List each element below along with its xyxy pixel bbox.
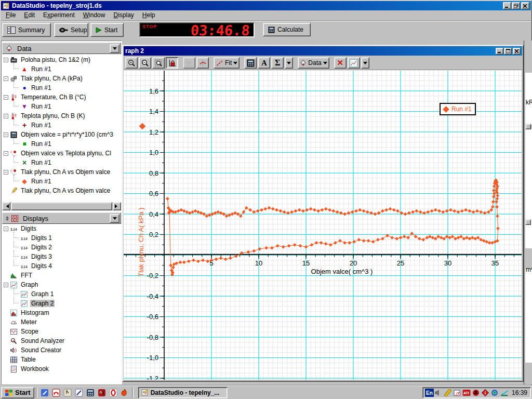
data-select-button[interactable]: Data <box>298 57 329 69</box>
scale-lock-button[interactable] <box>166 57 178 69</box>
display-child-item[interactable]: 3.14 Digits 3 <box>2 252 121 261</box>
acrobat-quicklaunch-icon[interactable] <box>51 388 61 398</box>
scrollbar-thumb[interactable] <box>11 202 112 210</box>
datastudio-task-button[interactable]: DataStudio - tepelny_... <box>138 387 228 398</box>
data-source-item[interactable]: - Objem valce = pi*r*r*y*100 (cm^3 <box>2 130 121 139</box>
display-item[interactable]: Histogram <box>2 308 121 317</box>
calculator-tool-button[interactable] <box>244 57 257 69</box>
tree-expander[interactable]: - <box>4 283 8 287</box>
dragon-quicklaunch-icon[interactable] <box>97 388 107 398</box>
data-panel-header[interactable]: Data <box>2 43 121 54</box>
summary-button[interactable]: Summary <box>2 23 51 37</box>
display-item[interactable]: Table <box>2 355 121 364</box>
display-child-item[interactable]: 3.14 Digits 2 <box>2 243 121 252</box>
text-tool-button[interactable]: A <box>258 57 270 69</box>
connection-tray-icon[interactable] <box>500 389 509 397</box>
displays-panel-dropdown-button[interactable] <box>110 214 119 223</box>
start-button[interactable]: Start <box>90 23 124 37</box>
menu-file[interactable]: File <box>2 10 20 20</box>
tree-expander[interactable]: - <box>4 95 8 100</box>
display-item[interactable]: - Graph <box>2 280 121 289</box>
tree-expander[interactable]: - <box>4 58 8 62</box>
resize-spinner-icon[interactable] <box>6 215 9 222</box>
start-menu-button[interactable]: Start <box>1 387 34 398</box>
volume-tray-icon[interactable] <box>434 389 443 397</box>
chart-plot-area[interactable]: 51015202530351,61,41,21,00,80,60,40,2-0,… <box>124 71 522 380</box>
setup-button[interactable]: Setup <box>54 23 88 37</box>
zoom-in-button[interactable] <box>125 57 138 69</box>
tree-run-item[interactable]: ◆ Run #1 <box>2 177 121 186</box>
menu-window[interactable]: Window <box>79 10 110 20</box>
tree-expander[interactable]: - <box>4 151 8 156</box>
guard-tray-icon[interactable] <box>472 389 481 397</box>
settings-dropdown-button[interactable] <box>361 57 369 69</box>
display-child-item[interactable]: 3.14 Digits 1 <box>2 233 121 243</box>
display-item[interactable]: Scope <box>2 327 121 336</box>
display-item[interactable]: Workbook <box>2 364 121 374</box>
data-panel-dropdown-button[interactable] <box>110 44 119 53</box>
scheduler-tray-icon[interactable] <box>453 389 462 397</box>
data-source-item[interactable]: - yx Objem valce vs Teplota plynu, Cl <box>2 149 121 158</box>
display-item[interactable]: - 3.14 Digits <box>2 224 121 233</box>
graph-minimize-button[interactable] <box>496 48 503 55</box>
display-item[interactable]: Sound Analyzer <box>2 336 121 345</box>
scroll-right-button[interactable] <box>113 202 121 210</box>
fit-button[interactable]: Fit <box>214 57 240 69</box>
opera-quicklaunch-icon[interactable] <box>108 388 118 398</box>
tree-expander[interactable]: - <box>4 114 8 118</box>
tree-expander[interactable]: - <box>4 227 8 231</box>
display-item[interactable]: Meter <box>2 317 121 327</box>
graph-close-button[interactable] <box>513 48 521 55</box>
tree-expander[interactable]: - <box>4 170 8 175</box>
tree-run-item[interactable]: ■ Run #1 <box>2 139 121 149</box>
statistics-dropdown-button[interactable] <box>285 57 293 69</box>
pointer-quicklaunch-icon[interactable] <box>62 388 73 398</box>
display-item[interactable]: Sound Creator <box>2 345 121 355</box>
menu-display[interactable]: Display <box>109 10 138 20</box>
data-source-item[interactable]: - yx Tlak plynu, Ch A vs Objem valce <box>2 167 121 177</box>
smart-tool-button[interactable] <box>196 57 209 69</box>
data-panel-scrollbar[interactable] <box>2 202 121 210</box>
chart-legend[interactable]: Run #1 <box>440 103 476 115</box>
data-source-item[interactable]: - Teplota plynu, Ch B (K) <box>2 111 121 121</box>
display-child-item[interactable]: Graph 2 <box>2 299 121 308</box>
tree-run-item[interactable]: ● Run #1 <box>2 83 121 92</box>
statistics-button[interactable]: Σ <box>271 57 284 69</box>
tree-run-item[interactable]: ▲ Run #1 <box>2 64 121 74</box>
menu-edit[interactable]: Edit <box>20 10 39 20</box>
delete-button[interactable]: ✕ <box>334 57 347 69</box>
tree-run-item[interactable]: + Run #1 <box>2 121 121 130</box>
restore-button[interactable] <box>512 2 520 9</box>
graph-maximize-button[interactable] <box>504 48 512 55</box>
zoom-select-button[interactable] <box>152 57 165 69</box>
ink-pen-quicklaunch-icon[interactable] <box>74 388 84 398</box>
tree-expander[interactable]: - <box>4 76 8 81</box>
settings-button[interactable] <box>348 57 360 69</box>
tree-run-item[interactable]: × Run #1 <box>2 158 121 167</box>
calculate-button[interactable]: Calculate <box>263 23 311 36</box>
display-child-item[interactable]: 3.14 Digits 4 <box>2 261 121 271</box>
scroll-left-button[interactable] <box>2 202 10 210</box>
utility-yellow-tray-icon[interactable] <box>444 389 453 397</box>
close-button[interactable] <box>521 2 529 9</box>
display-child-item[interactable]: Graph 1 <box>2 289 121 299</box>
zoom-out-button[interactable] <box>139 57 151 69</box>
flame-quicklaunch-icon[interactable] <box>119 388 130 398</box>
sync-tray-icon[interactable] <box>490 389 499 397</box>
data-source-item[interactable]: - Poloha pistu, Ch 1&2 (m) <box>2 55 121 64</box>
menu-help[interactable]: Help <box>138 10 159 20</box>
menu-experiment[interactable]: Experiment <box>39 10 79 20</box>
graph-window-title-bar[interactable]: raph 2 <box>124 46 522 56</box>
tree-run-item[interactable]: ▼ Run #1 <box>2 102 121 111</box>
data-source-item[interactable]: - Tlak plynu, Ch A (kPa) <box>2 74 121 83</box>
display-item[interactable]: FFT <box>2 271 121 280</box>
diamond-red-tray-icon[interactable] <box>481 389 490 397</box>
xy-tool-button[interactable]: xy <box>183 57 195 69</box>
calculator-quicklaunch-icon[interactable] <box>85 388 96 398</box>
displays-panel-header[interactable]: Displays <box>2 212 121 224</box>
ati-tray-icon[interactable]: ATI <box>462 389 471 397</box>
notes-quicklaunch-icon[interactable] <box>39 388 50 398</box>
tree-expander[interactable]: - <box>4 132 8 137</box>
data-source-item[interactable]: - Temperature, Ch B (°C) <box>2 92 121 102</box>
minimize-button[interactable] <box>503 2 511 9</box>
